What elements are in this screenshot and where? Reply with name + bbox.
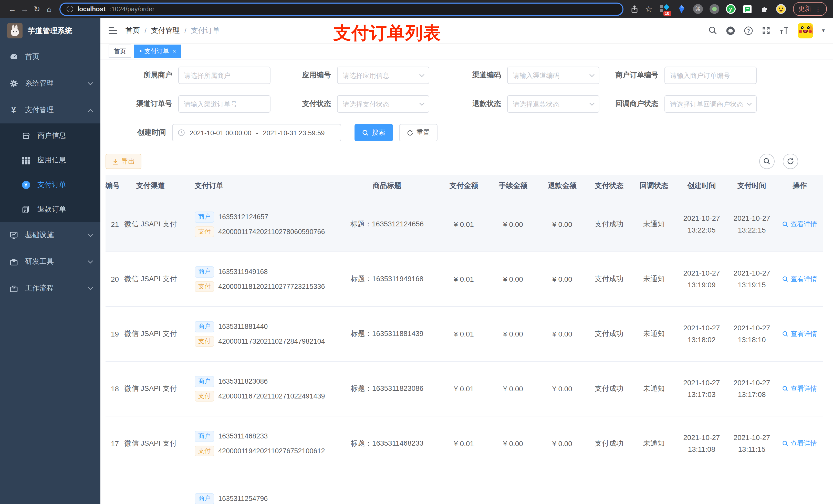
view-details-link[interactable]: 查看详情 [782, 439, 817, 448]
cell-channel: 微信 JSAPI 支付 [119, 220, 182, 229]
view-details-link[interactable]: 查看详情 [782, 274, 817, 284]
breadcrumb-home[interactable]: 首页 [125, 26, 140, 35]
github-icon[interactable] [726, 26, 735, 35]
extension-icon-y[interactable]: y [726, 4, 735, 14]
cell-title: 标题：1635311468233 [335, 439, 439, 448]
export-button[interactable]: 导出 [105, 154, 141, 169]
avatar-caret-icon[interactable]: ▾ [822, 27, 825, 34]
browser-home-icon[interactable]: ⌂ [43, 5, 55, 13]
sidebar-item-refund-order[interactable]: 退款订单 [0, 197, 100, 222]
channel-code-input[interactable] [508, 71, 599, 79]
callback-status-select[interactable] [664, 95, 757, 113]
owner-input[interactable] [179, 71, 270, 79]
active-dot-icon: ● [139, 49, 142, 53]
chevron-up-icon [88, 108, 93, 112]
close-icon[interactable]: × [173, 48, 176, 55]
y-glyph: y [727, 5, 734, 13]
sidebar-item-infrastructure[interactable]: 基础设施 [0, 222, 100, 248]
cell-order-numbers: 商户1635311823086 支付4200001167202110271022… [182, 373, 335, 405]
sidebar-toggle-icon[interactable] [109, 27, 117, 34]
pay-order-no: 4200001167202110271022491439 [218, 392, 325, 400]
help-icon[interactable]: ? [744, 26, 753, 35]
sidebar-item-pay-order[interactable]: ¥ 支付订单 [0, 173, 100, 197]
extension-icon-puzzle[interactable] [759, 4, 769, 14]
sidebar-item-label: 首页 [25, 52, 93, 62]
share-icon[interactable] [630, 5, 638, 13]
breadcrumb-payment[interactable]: 支付管理 [151, 26, 180, 35]
app-input[interactable] [338, 71, 429, 79]
breadcrumb: 首页 / 支付管理 / 支付订单 [125, 26, 220, 35]
cell-amount: ¥ 0.01 [439, 275, 488, 283]
sidebar-item-system[interactable]: 系统管理 [0, 70, 100, 97]
callback-status-input[interactable] [665, 100, 756, 108]
sidebar-item-app-info[interactable]: 应用信息 [0, 148, 100, 173]
pay-status-select[interactable] [337, 95, 429, 113]
extension-icon-emoji[interactable] [776, 4, 786, 14]
merchant-tag: 商户 [195, 431, 214, 442]
cell-order-id: 21 [105, 220, 119, 229]
pay-status-input[interactable] [338, 100, 429, 108]
cell-channel: 微信 JSAPI 支付 [119, 439, 182, 448]
show-search-button[interactable] [759, 154, 775, 169]
sidebar-item-home[interactable]: 首页 [0, 44, 100, 70]
extension-icon-recorder[interactable] [709, 4, 719, 14]
reset-button[interactable]: 重置 [399, 124, 437, 141]
extension-icon-kite[interactable] [676, 4, 686, 14]
user-avatar[interactable] [798, 23, 813, 38]
address-bar[interactable]: i localhost :1024/pay/order [60, 2, 623, 16]
font-size-icon[interactable] [780, 26, 789, 34]
channel-order-field[interactable] [178, 95, 270, 113]
tag-pay-order[interactable]: ● 支付订单 × [134, 45, 181, 58]
tag-home[interactable]: 首页 [109, 45, 131, 58]
title-prefix: 标题： [351, 220, 372, 228]
app-select[interactable] [337, 67, 429, 84]
channel-order-input[interactable] [179, 100, 270, 108]
search-button[interactable]: 搜索 [355, 124, 393, 141]
cell-notify-status: 未通知 [632, 384, 676, 393]
refund-status-select[interactable] [507, 95, 599, 113]
owner-select[interactable] [178, 67, 270, 84]
page-annotation: 支付订单列表 [334, 22, 441, 45]
grid-icon [22, 157, 30, 164]
browser-back-icon[interactable]: ← [6, 5, 19, 13]
browser-reload-icon[interactable]: ↻ [31, 4, 43, 14]
refresh-table-button[interactable] [783, 154, 798, 169]
extension-icon-tiles[interactable]: 10 [659, 4, 669, 14]
sidebar-item-label: 商户信息 [38, 131, 93, 140]
browser-toolbar: ← → ↻ ⌂ i localhost :1024/pay/order ☆ 10 [0, 0, 833, 18]
update-label: 更新 [799, 5, 811, 13]
export-label: 导出 [121, 157, 135, 166]
view-details-link[interactable]: 查看详情 [782, 329, 817, 339]
chevron-down-icon [88, 260, 93, 264]
sidebar-item-label: 支付订单 [38, 180, 93, 190]
extension-icon-chat[interactable] [742, 4, 752, 14]
browser-actions: ☆ 10 ⌘ y [630, 2, 827, 16]
chevron-down-icon [88, 287, 93, 290]
sidebar-item-dev-tools[interactable]: 研发工具 [0, 248, 100, 275]
channel-code-select[interactable] [507, 67, 599, 84]
merchant-order-input[interactable] [665, 71, 756, 79]
extension-icon-command[interactable]: ⌘ [693, 4, 703, 14]
sidebar-item-payment[interactable]: ¥ 支付管理 [0, 97, 100, 123]
create-time-range-picker[interactable]: 2021-10-01 00:00:00 - 2021-10-31 23:59:5… [172, 124, 341, 141]
cell-notify-status: 未通知 [632, 220, 676, 229]
title-prefix: 标题： [351, 274, 372, 283]
bookmark-star-icon[interactable]: ☆ [645, 4, 652, 14]
view-details-link[interactable]: 查看详情 [782, 384, 817, 393]
refund-status-input[interactable] [508, 100, 599, 108]
sidebar-item-merchant-info[interactable]: 商户信息 [0, 123, 100, 148]
search-icon[interactable] [709, 26, 717, 35]
browser-forward-icon[interactable]: → [19, 5, 31, 13]
merchant-order-field[interactable] [664, 67, 757, 84]
view-details-label: 查看详情 [790, 329, 817, 339]
chevron-down-icon [88, 233, 93, 237]
sidebar-logo[interactable]: 芋道管理系统 [0, 18, 100, 44]
browser-update-button[interactable]: 更新 ⋮ [793, 2, 827, 16]
cell-paid-time: 2021-10-2713:19:15 [727, 267, 777, 291]
view-details-link[interactable]: 查看详情 [782, 220, 817, 229]
sidebar-item-workflow[interactable]: 工作流程 [0, 275, 100, 302]
fullscreen-icon[interactable] [762, 26, 771, 35]
sidebar: 芋道管理系统 首页 系统管理 ¥ 支付管理 [0, 18, 100, 504]
date: 2021-10-27 [678, 432, 725, 443]
site-info-icon[interactable]: i [67, 6, 73, 12]
